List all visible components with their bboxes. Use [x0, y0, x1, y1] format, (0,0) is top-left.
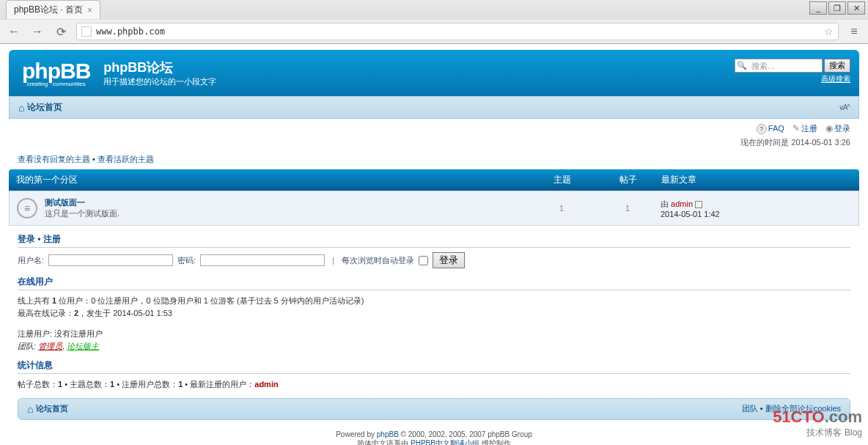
login-heading-link[interactable]: 登录 [18, 234, 35, 244]
forum-row: ≡ 测试版面一 这只是一个测试版面. 1 1 由 admin 2014-05-0… [9, 191, 859, 226]
username-label: 用户名: [18, 255, 44, 266]
login-heading: 登录 • 注册 [18, 233, 850, 248]
forum-header: phpBB creating · communities phpBB论坛 用于描… [9, 50, 859, 96]
current-time: 现在的时间是 2014-05-01 3:26 [9, 136, 859, 154]
advanced-search-link[interactable]: 高级搜索 [821, 75, 850, 83]
username-input[interactable] [48, 254, 173, 266]
topic-count: 1 [529, 204, 595, 213]
footer-index-link[interactable]: 论坛首页 [36, 403, 68, 414]
search-input[interactable] [749, 61, 822, 71]
separator: | [332, 256, 334, 265]
online-section: 在线用户 线上共有 1 位用户：0 位注册用户，0 位隐身用户和 1 位游客 (… [18, 276, 850, 352]
newest-user-link[interactable]: admin [254, 380, 278, 389]
address-bar: ← → ⟳ ☆ ≡ [0, 19, 868, 43]
font-size-toggle[interactable]: ∨A^ [839, 103, 850, 111]
site-description: phpBB论坛 用于描述您的论坛的一小段文字 [103, 59, 216, 87]
autologin-checkbox[interactable] [419, 256, 428, 265]
separator: • [90, 155, 98, 163]
site-title: phpBB论坛 [103, 59, 216, 76]
team-link[interactable]: 团队 [742, 404, 758, 413]
user-links: FAQ 注册 登录 [9, 119, 859, 136]
logo-subtitle: creating · communities [22, 81, 90, 87]
forum-table: 我的第一个分区 主题 帖子 最新文章 ≡ 测试版面一 这只是一个测试版面. 1 … [9, 169, 859, 226]
navbar: 论坛首页 ∨A^ [9, 96, 859, 119]
window-minimize[interactable]: _ [809, 1, 827, 15]
login-link[interactable]: 登录 [825, 124, 850, 133]
register-icon [792, 124, 801, 133]
breadcrumb: 论坛首页 [18, 101, 62, 114]
site-tagline: 用于描述您的论坛的一小段文字 [103, 76, 216, 87]
last-post-by-label: 由 [661, 199, 671, 208]
last-post-date: 2014-05-01 1:42 [661, 210, 720, 218]
reload-button[interactable]: ⟳ [53, 23, 69, 40]
online-summary: 线上共有 1 位用户：0 位注册用户，0 位隐身用户和 1 位游客 (基于过去 … [18, 295, 850, 307]
forum-description: 这只是一个测试版面. [45, 208, 529, 219]
online-heading: 在线用户 [18, 276, 850, 290]
translation-link[interactable]: PHPBB中文翻译小组 [411, 439, 479, 446]
login-submit-button[interactable]: 登录 [433, 252, 465, 268]
last-post: 由 admin 2014-05-01 1:42 [661, 199, 851, 218]
tab-title: phpBB论坛 · 首页 [14, 4, 83, 16]
window-maximize[interactable]: ❐ [828, 1, 846, 15]
search-icon: 🔍 [735, 61, 749, 70]
tab-bar: phpBB论坛 · 首页 × [0, 0, 868, 19]
copyright: Powered by phpBB © 2000, 2002, 2005, 200… [9, 426, 859, 446]
forward-button[interactable]: → [29, 23, 45, 40]
forum-name-link[interactable]: 测试版面一 [45, 198, 85, 207]
register-heading-link[interactable]: 注册 [43, 234, 61, 244]
login-section: 登录 • 注册 用户名: 密码: | 每次浏览时自动登录 登录 [18, 233, 850, 268]
legend: 团队: 管理员, 论坛版主 [18, 340, 850, 353]
password-input[interactable] [200, 254, 325, 266]
phpbb-link[interactable]: phpBB [377, 430, 399, 438]
browser-tab[interactable]: phpBB论坛 · 首页 × [6, 0, 100, 19]
password-label: 密码: [177, 255, 196, 266]
registered-users: 注册用户: 没有注册用户 [18, 328, 850, 340]
separator: • [758, 404, 765, 413]
login-form: 用户名: 密码: | 每次浏览时自动登录 登录 [18, 252, 850, 268]
index-link[interactable]: 论坛首页 [27, 101, 62, 114]
stats-section: 统计信息 帖子总数：1 • 主题总数：1 • 注册用户总数：1 • 最新注册的用… [18, 359, 850, 391]
window-close[interactable]: ✕ [847, 1, 865, 15]
footer-nav: 论坛首页 团队 • 删除全部论坛cookies [18, 398, 850, 420]
home-icon [27, 403, 33, 415]
delete-cookies-link[interactable]: 删除全部论坛cookies [765, 404, 841, 413]
col-topics-label: 主题 [529, 174, 595, 186]
faq-link[interactable]: FAQ [757, 124, 784, 133]
browser-chrome: _ ❐ ✕ phpBB论坛 · 首页 × ← → ⟳ ☆ ≡ [0, 0, 868, 44]
col-posts-label: 帖子 [595, 174, 661, 186]
logo[interactable]: phpBB creating · communities [22, 59, 90, 87]
quick-links: 查看没有回复的主题 • 查看活跃的主题 [9, 154, 859, 169]
online-record: 最高在线记录：2，发生于 2014-05-01 1:53 [18, 307, 850, 320]
active-topics-link[interactable]: 查看活跃的主题 [98, 155, 154, 163]
menu-button[interactable]: ≡ [846, 23, 862, 40]
unanswered-link[interactable]: 查看没有回复的主题 [18, 155, 90, 163]
last-post-user[interactable]: admin [671, 199, 693, 208]
page-icon [81, 26, 92, 37]
home-icon [18, 102, 24, 114]
forum-main: 测试版面一 这只是一个测试版面. [45, 197, 529, 219]
stats-heading: 统计信息 [18, 359, 850, 374]
login-icon [825, 124, 834, 133]
register-link[interactable]: 注册 [792, 124, 817, 133]
forum-icon: ≡ [17, 198, 37, 218]
col-lastpost-label: 最新文章 [661, 174, 852, 186]
post-count: 1 [595, 204, 661, 213]
bookmark-icon[interactable]: ☆ [824, 26, 834, 37]
legend-admin[interactable]: 管理员 [38, 342, 62, 350]
category-name[interactable]: 我的第一个分区 [16, 174, 529, 186]
legend-mod[interactable]: 论坛版主 [67, 342, 99, 350]
url-box[interactable]: ☆ [76, 23, 839, 40]
page-wrap: phpBB creating · communities phpBB论坛 用于描… [0, 44, 868, 445]
stats-line: 帖子总数：1 • 主题总数：1 • 注册用户总数：1 • 最新注册的用户：adm… [18, 378, 850, 391]
search-button[interactable]: 搜索 [824, 59, 850, 73]
faq-icon [757, 124, 768, 133]
tab-close-icon[interactable]: × [87, 5, 92, 15]
category-header: 我的第一个分区 主题 帖子 最新文章 [9, 169, 859, 191]
logo-text: phpBB [22, 59, 90, 84]
window-controls: _ ❐ ✕ [809, 1, 865, 15]
autologin-label: 每次浏览时自动登录 [342, 255, 414, 266]
search-box: 🔍 搜索 高级搜索 [735, 59, 850, 84]
goto-post-icon[interactable] [695, 201, 702, 208]
url-input[interactable] [96, 26, 824, 37]
back-button[interactable]: ← [6, 23, 22, 40]
